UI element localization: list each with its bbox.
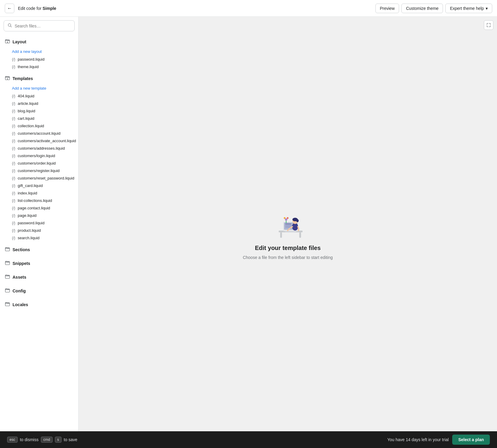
preview-button[interactable]: Preview: [375, 4, 399, 13]
empty-state-subtitle: Choose a file from the left sidebar to s…: [243, 255, 333, 260]
svg-line-1: [10, 26, 12, 27]
svg-point-22: [285, 218, 287, 221]
expert-theme-help-button[interactable]: Expert theme help ▾: [445, 4, 492, 13]
sidebar: Layout Add a new layout {/} password.liq…: [0, 17, 79, 448]
s-key: s: [55, 437, 62, 443]
layout-folder-icon: [5, 39, 10, 45]
layout-header[interactable]: Layout: [0, 36, 78, 47]
list-item[interactable]: {/}customers/login.liquid: [0, 152, 78, 159]
list-item[interactable]: {/} password.liquid: [0, 56, 78, 63]
file-name: customers/order.liquid: [18, 161, 56, 165]
list-item[interactable]: {/}customers/order.liquid: [0, 159, 78, 167]
liquid-icon: {/}: [12, 109, 15, 113]
file-name: theme.liquid: [18, 65, 39, 69]
list-item[interactable]: {/}index.liquid: [0, 189, 78, 197]
list-item[interactable]: {/} theme.liquid: [0, 63, 78, 70]
assets-header[interactable]: Assets: [0, 271, 78, 283]
file-name: product.liquid: [18, 228, 41, 233]
topbar-title: Edit code for Simple: [18, 6, 56, 11]
file-name: gift_card.liquid: [18, 183, 43, 188]
config-header[interactable]: Config: [0, 285, 78, 297]
svg-rect-5: [5, 262, 10, 265]
add-new-layout-link[interactable]: Add a new layout: [0, 47, 78, 56]
config-folder-icon: [5, 288, 10, 294]
liquid-icon: {/}: [12, 94, 15, 98]
topbar-left: ← Edit code for Simple: [5, 4, 56, 13]
snippets-label: Snippets: [13, 261, 30, 266]
search-input[interactable]: [15, 24, 71, 28]
file-name: password.liquid: [18, 221, 45, 225]
cmd-key: cmd: [41, 437, 53, 443]
select-plan-button[interactable]: Select a plan: [452, 435, 490, 445]
liquid-icon: {/}: [12, 176, 15, 180]
snippets-section: Snippets: [0, 257, 78, 270]
main-layout: Layout Add a new layout {/} password.liq…: [0, 17, 497, 448]
list-item[interactable]: {/}404.liquid: [0, 92, 78, 100]
sections-label: Sections: [13, 247, 30, 252]
templates-label: Templates: [13, 76, 33, 81]
templates-header[interactable]: Templates: [0, 73, 78, 84]
liquid-icon: {/}: [12, 139, 15, 143]
locales-header[interactable]: Locales: [0, 299, 78, 310]
file-name: customers/reset_password.liquid: [18, 176, 74, 180]
list-item[interactable]: {/}cart.liquid: [0, 115, 78, 122]
liquid-icon: {/}: [12, 221, 15, 225]
dismiss-label: to dismiss: [20, 437, 39, 442]
list-item[interactable]: {/}gift_card.liquid: [0, 182, 78, 189]
file-name: cart.liquid: [18, 116, 34, 121]
liquid-icon: {/}: [12, 191, 15, 195]
customize-theme-button[interactable]: Customize theme: [401, 4, 443, 13]
trial-text: You have 14 days left in your trial: [387, 437, 449, 442]
list-item[interactable]: {/}customers/activate_account.liquid: [0, 137, 78, 145]
liquid-icon: {/}: [12, 102, 15, 106]
list-item[interactable]: {/}product.liquid: [0, 227, 78, 234]
svg-rect-14: [285, 231, 296, 232]
file-name: list-collections.liquid: [18, 198, 52, 203]
keyboard-shortcuts: esc to dismiss cmd s to save: [7, 437, 77, 443]
topbar: ← Edit code for Simple Preview Customize…: [0, 0, 497, 17]
empty-state: Edit your template files Choose a file f…: [243, 205, 333, 260]
esc-key: esc: [7, 437, 18, 443]
list-item[interactable]: {/}password.liquid: [0, 219, 78, 227]
locales-label: Locales: [13, 302, 28, 307]
list-item[interactable]: {/}customers/register.liquid: [0, 167, 78, 174]
assets-section: Assets: [0, 270, 78, 284]
locales-section: Locales: [0, 298, 78, 312]
list-item[interactable]: {/}article.liquid: [0, 100, 78, 107]
list-item[interactable]: {/}customers/reset_password.liquid: [0, 174, 78, 182]
list-item[interactable]: {/}customers/account.liquid: [0, 130, 78, 137]
main-content-area: Edit your template files Choose a file f…: [79, 17, 497, 448]
search-icon: [7, 23, 12, 29]
file-name: customers/account.liquid: [18, 131, 60, 136]
expert-label: Expert theme help: [450, 6, 484, 11]
svg-point-24: [284, 217, 286, 219]
liquid-icon: {/}: [12, 146, 15, 151]
templates-folder-icon: [5, 75, 10, 82]
file-name: article.liquid: [18, 101, 38, 106]
list-item[interactable]: {/}page.liquid: [0, 212, 78, 219]
list-item[interactable]: {/}customers/addresses.liquid: [0, 145, 78, 152]
file-name: 404.liquid: [18, 94, 34, 98]
file-name: customers/register.liquid: [18, 168, 59, 173]
sections-folder-icon: [5, 246, 10, 253]
list-item[interactable]: {/}search.liquid: [0, 234, 78, 242]
file-name: index.liquid: [18, 191, 37, 195]
sections-header[interactable]: Sections: [0, 244, 78, 255]
empty-state-title: Edit your template files: [255, 245, 320, 251]
bottom-bar: esc to dismiss cmd s to save You have 14…: [0, 431, 497, 448]
add-new-template-link[interactable]: Add a new template: [0, 84, 78, 92]
list-item[interactable]: {/}blog.liquid: [0, 107, 78, 115]
list-item[interactable]: {/}collection.liquid: [0, 122, 78, 130]
file-name: blog.liquid: [18, 109, 35, 113]
file-name: page.contact.liquid: [18, 206, 50, 210]
assets-folder-icon: [5, 274, 10, 280]
expand-button[interactable]: [484, 20, 493, 30]
list-item[interactable]: {/}page.contact.liquid: [0, 204, 78, 212]
liquid-icon: {/}: [12, 116, 15, 121]
back-button[interactable]: ←: [5, 4, 14, 13]
list-item[interactable]: {/}list-collections.liquid: [0, 197, 78, 204]
templates-section: Templates Add a new template {/}404.liqu…: [0, 72, 78, 243]
sections-section: Sections: [0, 243, 78, 257]
liquid-icon: {/}: [12, 65, 15, 69]
snippets-header[interactable]: Snippets: [0, 258, 78, 269]
